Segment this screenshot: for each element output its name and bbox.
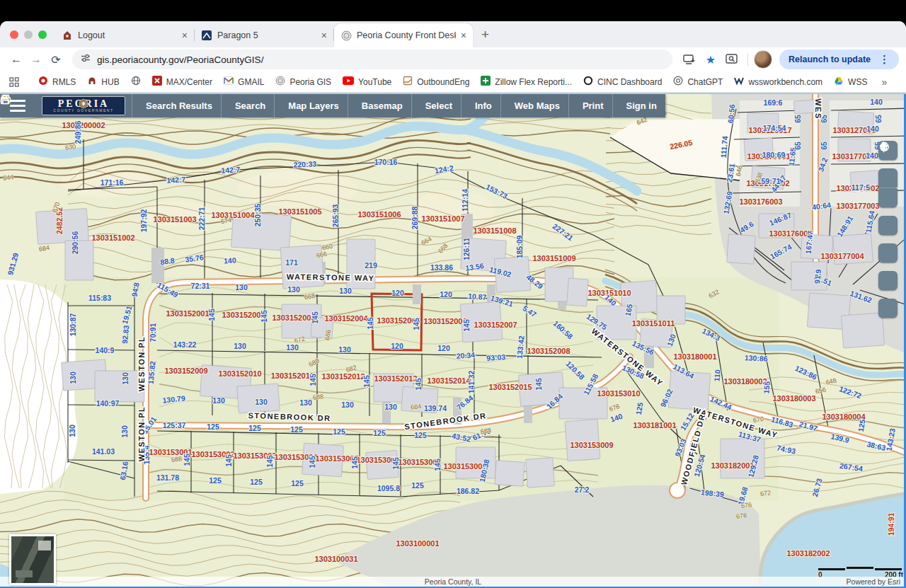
logout-favicon-icon (62, 30, 73, 41)
chatgpt-icon (673, 76, 683, 88)
maximize-window-button[interactable] (38, 30, 47, 39)
paragon-favicon-icon (201, 30, 212, 41)
search-results-button[interactable]: Search Results (132, 94, 221, 117)
apps-grid-icon[interactable] (9, 74, 19, 90)
browser-menu-icon[interactable]: ⋮ (876, 53, 890, 66)
gmail-icon (224, 76, 234, 87)
tab-strip: Logout × Paragon 5 × Peoria County Front… (0, 21, 906, 47)
forward-button[interactable]: → (27, 50, 45, 69)
relaunch-to-update-button[interactable]: Relaunch to update ⋮ (779, 50, 899, 69)
gis-app-area: 1304200002130315100213031510031303151004… (0, 93, 906, 588)
relaunch-label: Relaunch to update (789, 54, 871, 64)
close-window-button[interactable] (10, 30, 18, 39)
gis-toolbar: PEORIA COUNTY GOVERNMENT Search ResultsS… (0, 94, 665, 117)
basemap-button[interactable]: Basemap (348, 94, 411, 117)
bookmark-youtube[interactable]: YouTube (337, 76, 397, 87)
bookmark-hub[interactable]: HUB (81, 76, 125, 88)
previous-extent-button[interactable] (878, 271, 898, 290)
overview-map[interactable] (9, 534, 56, 585)
wssw-icon (734, 76, 744, 88)
peoria-favicon-icon (340, 30, 352, 41)
maxcenter-icon (152, 76, 162, 88)
search-button[interactable]: Search (221, 94, 274, 117)
site-info-icon[interactable] (81, 53, 91, 66)
zoom-out-button[interactable] (878, 188, 898, 207)
next-extent-button[interactable] (878, 299, 898, 318)
browser-window: Logout × Paragon 5 × Peoria County Front… (0, 21, 906, 588)
back-button[interactable]: ← (7, 50, 25, 69)
close-tab-icon[interactable]: × (461, 30, 466, 40)
profile-avatar[interactable] (754, 50, 772, 69)
zoom-in-button[interactable] (878, 168, 898, 188)
minimize-window-button[interactable] (24, 30, 33, 39)
address-bar[interactable]: gis.peoriacounty.gov/PeoriaCountyGIS/ (72, 50, 672, 69)
bookmarks-overflow-chevron[interactable]: » (876, 76, 893, 88)
url-text: gis.peoriacounty.gov/PeoriaCountyGIS/ (97, 54, 263, 65)
bookmark-gmail[interactable]: GMAIL (218, 76, 270, 87)
tab-paragon[interactable]: Paragon 5 × (195, 23, 333, 47)
address-bar-row: ← → ⟳ gis.peoriacounty.gov/PeoriaCountyG… (0, 47, 906, 71)
county-seal-icon (79, 99, 88, 108)
rmls-icon (38, 76, 48, 88)
save-install-icon[interactable] (682, 52, 697, 67)
divider (747, 53, 748, 66)
select-button[interactable]: Select (411, 94, 461, 117)
bookmark-zillow-flex-reporti-[interactable]: Zillow Flex Reporti... (475, 76, 578, 88)
logo-subtitle: COUNTY GOVERNMENT (53, 108, 113, 113)
tab-title: Logout (78, 30, 177, 40)
tab-peoria-county-front-desk[interactable]: Peoria County Front Desk × (334, 23, 473, 47)
sign-in-button[interactable]: Sign in (612, 94, 665, 117)
tab-logout[interactable]: Logout × (55, 23, 194, 47)
bookmark-max-center[interactable]: MAX/Center (147, 76, 218, 88)
peoria-county-logo: PEORIA COUNTY GOVERNMENT (42, 96, 125, 115)
reload-button[interactable]: ⟳ (47, 50, 65, 69)
tab-title: Paragon 5 (217, 30, 316, 40)
hub-icon (87, 76, 97, 88)
attribution-bar: Peoria County, IL Powered by Esri (0, 577, 906, 587)
map-layers-button[interactable]: Map Layers (274, 94, 348, 117)
bookmark-peoria-gis[interactable]: Peoria GIS (270, 76, 337, 88)
bookmark-wssworkbench-com[interactable]: wssworkbench.com (728, 76, 828, 88)
close-tab-icon[interactable]: × (182, 30, 188, 40)
youtube-icon (343, 76, 354, 87)
bookmark-star-icon[interactable]: ★ (703, 52, 718, 67)
bookmark-globe[interactable] (125, 76, 147, 88)
zillow-icon (481, 76, 491, 88)
globe-icon (131, 76, 141, 88)
bookmark-cinc-dashboard[interactable]: CINC Dashboard (578, 76, 667, 88)
compass-button[interactable] (878, 243, 898, 263)
new-tab-button[interactable]: + (481, 27, 489, 42)
overview-map-image (11, 536, 54, 583)
cinc-icon (583, 76, 593, 88)
bookmark-chatgpt[interactable]: ChatGPT (667, 76, 728, 88)
outbound-icon (403, 76, 413, 88)
attribution-text: Peoria County, IL (0, 577, 906, 586)
map-controls (878, 141, 898, 318)
bookmark-rmls[interactable]: RMLS (33, 76, 81, 88)
peoria-icon (275, 76, 285, 88)
powered-by-esri-text: Powered by Esri (847, 577, 906, 586)
bookmark-outboundeng[interactable]: OutboundEng (397, 76, 475, 88)
map-canvas[interactable]: 1304200002130315100213031510031303151004… (0, 94, 906, 588)
tab-title: Peoria County Front Desk (357, 30, 456, 40)
home-button[interactable] (878, 216, 898, 235)
info-button[interactable]: Info (461, 94, 500, 117)
window-controls[interactable] (7, 21, 55, 47)
drive-icon (834, 76, 844, 88)
print-button[interactable]: Print (568, 94, 612, 117)
search-tabs-icon[interactable] (724, 52, 740, 67)
web-maps-button[interactable]: Web Maps (500, 94, 568, 117)
close-tab-icon[interactable]: × (321, 30, 327, 40)
bookmarks-bar: RMLSHUBMAX/CenterGMAILPeoria GISYouTubeO… (0, 71, 906, 93)
bookmark-wss[interactable]: WSS (828, 76, 873, 88)
